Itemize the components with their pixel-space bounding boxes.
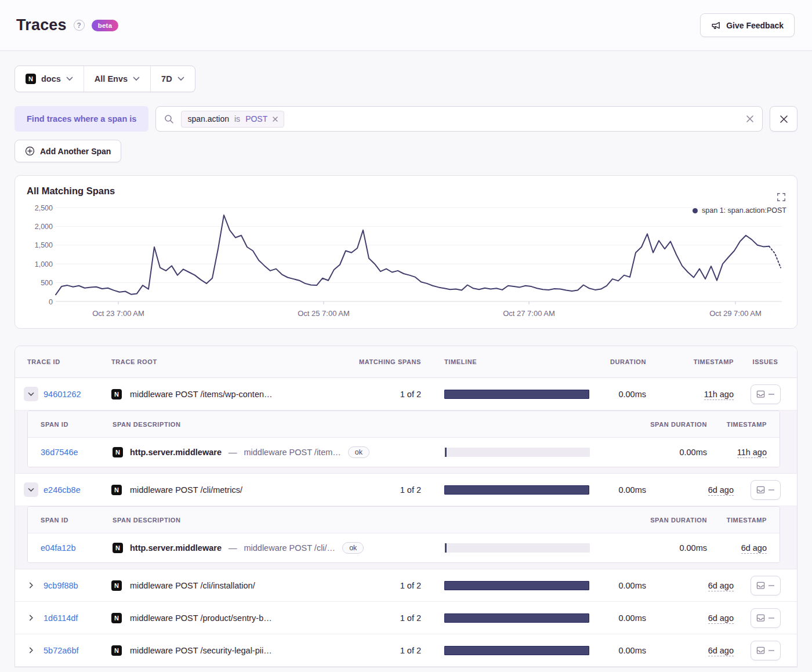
trace-root-text: middleware POST /security-legal-pii… <box>130 646 272 655</box>
trace-id-link[interactable]: 9cb9f88b <box>44 581 78 590</box>
span-timeline-track <box>445 543 590 553</box>
trace-timestamp[interactable]: 6d ago <box>708 485 734 496</box>
span-description: middleware POST /item… <box>244 448 340 457</box>
trace-row: 5b72a6bf N middleware POST /security-leg… <box>15 634 797 667</box>
expanded-spans-section: Span ID Span Description Span Duration T… <box>15 411 797 474</box>
chevron-down-icon <box>133 77 140 81</box>
timeline-bar <box>444 390 589 399</box>
y-tick: 1,000 <box>35 260 53 268</box>
col-timeline: Timeline <box>421 358 589 365</box>
issues-button[interactable] <box>751 576 781 595</box>
timeline-bar <box>444 613 589 623</box>
add-another-span-button[interactable]: Add Another Span <box>14 140 121 162</box>
environment-selector-label: All Envs <box>95 74 128 83</box>
filter-token-operator: is <box>234 114 240 123</box>
x-tick: Oct 23 7:00 AM <box>92 309 144 318</box>
clear-search-icon[interactable] <box>746 115 754 123</box>
give-feedback-button[interactable]: Give Feedback <box>700 13 795 37</box>
expand-chart-icon[interactable] <box>777 192 786 202</box>
remove-token-icon[interactable] <box>273 117 278 122</box>
span-timeline-track <box>445 448 590 457</box>
plus-circle-icon <box>25 146 35 156</box>
all-matching-spans-panel: All Matching Spans span 1: span.action:P… <box>14 175 798 329</box>
trace-id-link[interactable]: e246cb8e <box>44 485 81 495</box>
date-range-selector[interactable]: 7D <box>150 66 195 92</box>
megaphone-icon <box>711 20 721 30</box>
y-tick: 2,500 <box>35 204 53 212</box>
issues-button[interactable] <box>751 384 781 404</box>
span-search-input[interactable]: span.action is POST <box>155 106 763 132</box>
traces-table: Trace ID Trace Root Matching Spans Timel… <box>14 346 798 667</box>
span-op: http.server.middleware <box>130 448 222 457</box>
issues-button[interactable] <box>751 480 781 500</box>
trace-id-link[interactable]: 5b72a6bf <box>44 646 78 655</box>
trace-duration: 0.00ms <box>589 485 646 495</box>
col-span-duration: Span Duration <box>590 421 707 428</box>
project-selector[interactable]: N docs <box>15 66 84 92</box>
col-trace-id: Trace ID <box>15 358 111 365</box>
dash-icon <box>768 394 774 395</box>
trace-timestamp[interactable]: 6d ago <box>708 613 734 624</box>
dash-icon <box>768 585 774 586</box>
trace-timestamp[interactable]: 11h ago <box>704 390 734 400</box>
span-id-link[interactable]: 36d7546e <box>41 448 78 457</box>
trace-id-link[interactable]: 94601262 <box>44 390 81 399</box>
col-matching-spans: Matching Spans <box>340 358 421 365</box>
collapse-trace-icon[interactable] <box>24 387 38 401</box>
collapse-trace-icon[interactable] <box>24 482 38 497</box>
filter-token[interactable]: span.action is POST <box>181 111 284 128</box>
span-description: middleware POST /cli/… <box>244 543 335 553</box>
x-tick: Oct 27 7:00 AM <box>503 309 555 318</box>
trace-root-text: middleware POST /cli/installation/ <box>130 581 255 590</box>
expand-trace-icon[interactable] <box>24 611 38 625</box>
issues-button[interactable] <box>751 641 781 660</box>
span-timeline-tick <box>445 448 447 457</box>
chevron-down-icon <box>177 77 184 81</box>
span-table-header-row: Span ID Span Description Span Duration T… <box>28 507 780 533</box>
trace-row: 9cb9f88b N middleware POST /cli/installa… <box>15 569 797 602</box>
nextjs-platform-icon: N <box>111 580 122 591</box>
trace-id-link[interactable]: 1d6114df <box>44 613 78 623</box>
expand-trace-icon[interactable] <box>24 578 38 593</box>
matching-spans-count: 1 of 2 <box>340 581 421 590</box>
help-icon[interactable]: ? <box>74 20 85 31</box>
nextjs-platform-icon: N <box>26 74 36 84</box>
span-row: 36d7546e N http.server.middleware — midd… <box>28 438 780 467</box>
trace-root-text: middleware POST /cli/metrics/ <box>130 485 242 495</box>
inbox-icon <box>756 486 765 494</box>
span-id-link[interactable]: e04fa12b <box>41 543 75 553</box>
y-tick: 1,500 <box>35 241 53 249</box>
separator: — <box>229 543 237 553</box>
dash-icon <box>768 617 774 619</box>
nextjs-platform-icon: N <box>111 389 122 399</box>
col-trace-root: Trace Root <box>111 358 340 365</box>
y-tick: 500 <box>41 279 53 287</box>
legend-dot-icon <box>693 208 698 213</box>
timeline-bar <box>444 485 589 495</box>
remove-span-query-button[interactable] <box>770 106 798 132</box>
col-span-timestamp: Timestamp <box>707 421 780 428</box>
col-span-duration: Span Duration <box>590 517 707 524</box>
span-duration: 0.00ms <box>590 543 707 553</box>
issues-button[interactable] <box>751 608 781 628</box>
trace-timestamp[interactable]: 6d ago <box>708 646 734 656</box>
trace-timestamp[interactable]: 6d ago <box>708 581 734 591</box>
span-timestamp[interactable]: 11h ago <box>737 448 767 458</box>
col-span-description: Span Description <box>113 517 422 524</box>
span-timestamp[interactable]: 6d ago <box>741 543 767 554</box>
col-span-description: Span Description <box>113 421 422 428</box>
expand-trace-icon[interactable] <box>24 643 38 658</box>
filter-bar: N docs All Envs 7D <box>14 66 195 92</box>
x-tick: Oct 25 7:00 AM <box>298 309 350 318</box>
chart-legend[interactable]: span 1: span.action:POST <box>693 206 786 215</box>
x-tick: Oct 29 7:00 AM <box>709 309 762 318</box>
expanded-spans-section: Span ID Span Description Span Duration T… <box>15 506 797 569</box>
trace-duration: 0.00ms <box>589 390 646 399</box>
span-status-badge: ok <box>342 542 364 554</box>
page-title: Traces <box>16 16 67 34</box>
col-span-id: Span ID <box>28 517 113 524</box>
trace-row: e246cb8e N middleware POST /cli/metrics/… <box>15 474 797 506</box>
table-header-row: Trace ID Trace Root Matching Spans Timel… <box>15 346 797 378</box>
nextjs-platform-icon: N <box>111 485 122 495</box>
environment-selector[interactable]: All Envs <box>84 66 150 92</box>
